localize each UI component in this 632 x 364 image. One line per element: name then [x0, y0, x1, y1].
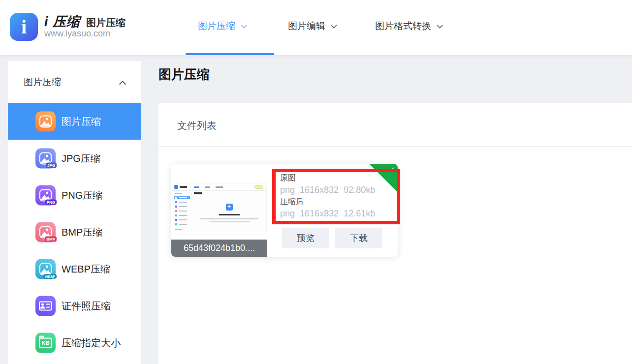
- webp-compress-icon: WEBP: [35, 259, 56, 279]
- brand-domain: www.iyasuo.com: [44, 29, 110, 39]
- brand-subtitle: 图片压缩: [86, 17, 126, 28]
- logo[interactable]: i i 压缩图片压缩 www.iyasuo.com: [10, 13, 148, 42]
- chevron-down-icon: [437, 22, 443, 29]
- kb-folder-icon: KB: [35, 333, 56, 353]
- compressed-info: png 1616x832 12.61kb: [280, 207, 375, 220]
- active-nav-underline: [186, 53, 274, 55]
- png-compress-icon: PNG: [35, 185, 56, 205]
- sidebar-item-png-compress[interactable]: PNG PNG压缩: [8, 177, 141, 213]
- chevron-up-icon: [119, 81, 126, 88]
- sidebar-item-idphoto-compress[interactable]: 证件照压缩: [8, 287, 141, 324]
- nav-item-image-edit[interactable]: 图片编辑: [288, 20, 335, 32]
- file-list-panel: 文件列表 ✓: [158, 103, 632, 364]
- nav-item-image-compress[interactable]: 图片压缩: [198, 20, 245, 32]
- thumbnail-image: +: [172, 183, 267, 232]
- panel-title: 文件列表: [177, 119, 217, 132]
- original-info: png 1616x832 92.80kb: [280, 183, 375, 196]
- sidebar-item-webp-compress[interactable]: WEBP WEBP压缩: [8, 250, 141, 287]
- red-highlight-box: 原图 png 1616x832 92.80kb 压缩后 png 1616x832…: [272, 169, 400, 224]
- page-title: 图片压缩: [158, 66, 210, 83]
- sidebar-item-image-compress[interactable]: 图片压缩: [8, 103, 141, 140]
- id-card-icon: [35, 296, 56, 316]
- file-name: 65d43f024b1b0....: [171, 240, 267, 257]
- bmp-compress-icon: BMP: [35, 222, 56, 242]
- chevron-down-icon: [241, 22, 247, 29]
- compressed-label: 压缩后: [280, 196, 375, 207]
- sidebar-group-title: 图片压缩: [24, 76, 61, 89]
- brand-text: i 压缩图片压缩: [44, 13, 126, 30]
- nav-item-format-convert[interactable]: 图片格式转换: [375, 20, 441, 32]
- sidebar-group-header[interactable]: 图片压缩: [8, 61, 141, 102]
- image-compress-icon: [35, 111, 56, 131]
- file-info: 原图 png 1616x832 92.80kb 压缩后 png 1616x832…: [280, 173, 375, 220]
- download-button[interactable]: 下载: [335, 228, 382, 248]
- sidebar: 图片压缩 图片压缩 JPG JPG压缩 PNG PNG压缩 BMP BMP压缩: [8, 61, 141, 364]
- sidebar-item-bmp-compress[interactable]: BMP BMP压缩: [8, 213, 141, 250]
- sidebar-item-jpg-compress[interactable]: JPG JPG压缩: [8, 140, 141, 177]
- file-card: ✓: [171, 164, 398, 257]
- panel-divider: [158, 146, 632, 147]
- original-label: 原图: [280, 173, 375, 183]
- logo-icon: i: [10, 13, 38, 41]
- top-header: i i 压缩图片压缩 www.iyasuo.com 图片压缩 图片编辑 图片格式…: [0, 0, 632, 55]
- brand-name: i 压缩: [44, 14, 80, 29]
- chevron-down-icon: [331, 22, 337, 29]
- sidebar-item-compress-to-size[interactable]: KB 压缩指定大小: [8, 324, 141, 361]
- jpg-compress-icon: JPG: [35, 148, 56, 168]
- file-thumbnail[interactable]: + 65d43f024b1b0....: [171, 164, 267, 257]
- preview-button[interactable]: 预览: [282, 228, 329, 248]
